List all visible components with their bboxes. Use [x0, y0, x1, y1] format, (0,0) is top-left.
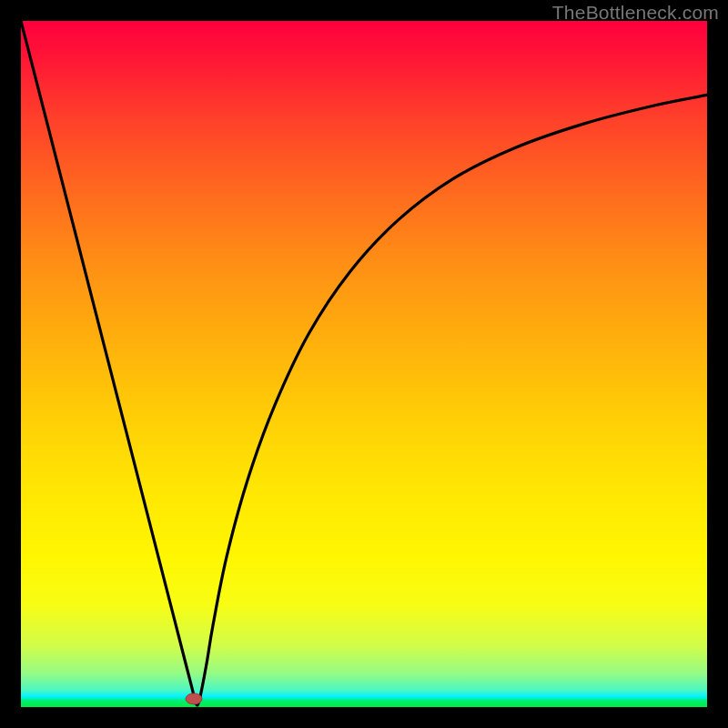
bottleneck-curve	[21, 21, 707, 705]
plot-area	[21, 21, 707, 707]
watermark-text: TheBottleneck.com	[552, 2, 719, 24]
curve-layer	[21, 21, 707, 707]
minimum-marker	[186, 693, 202, 704]
chart-frame: TheBottleneck.com	[0, 0, 728, 728]
